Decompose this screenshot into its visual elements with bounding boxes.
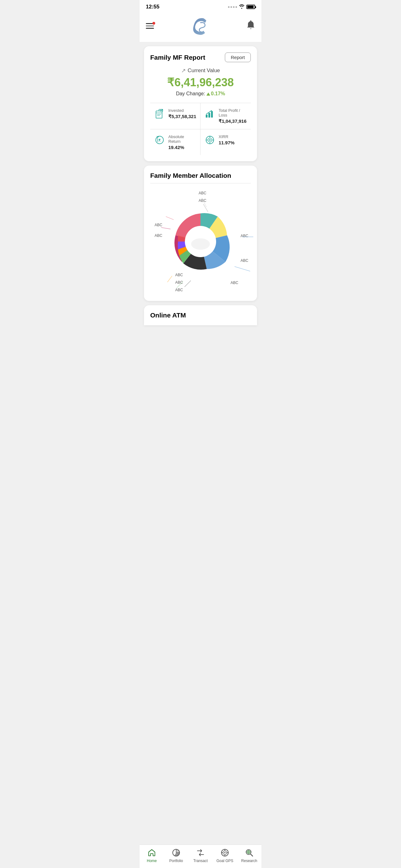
pie-labels-right: ABC ABC [240, 234, 248, 263]
stat-profit-info: Total Profit / Loss ₹1,04,37,916 [219, 108, 247, 124]
menu-notification-dot [153, 22, 155, 25]
pie-labels-left: ABC ABC [155, 223, 162, 238]
svg-line-26 [185, 281, 191, 287]
pie-label-abc-2: ABC [199, 198, 206, 203]
main-content: Family MF Report Report ↗ Current Value … [140, 42, 261, 354]
trend-icon: ↗ [181, 67, 186, 74]
family-mf-report-card: Family MF Report Report ↗ Current Value … [144, 46, 257, 161]
card-header: Family MF Report Report [150, 53, 251, 62]
pie-chart-svg [166, 207, 235, 276]
online-atm-title: Online ATM [150, 312, 251, 319]
pie-label-right-2: ABC [240, 258, 248, 263]
svg-rect-6 [208, 113, 210, 118]
svg-line-28 [167, 276, 172, 282]
status-bar: 12:55 [140, 0, 261, 12]
stat-invested-value: ₹5,37,58,321 [168, 114, 196, 119]
pie-label-left-1: ABC [155, 223, 162, 227]
card-title: Family MF Report [150, 54, 205, 61]
notification-bell[interactable] [246, 20, 255, 32]
menu-line-2 [146, 26, 154, 27]
pie-chart-container: ABC ABC ABC ABC ABC ABC ABC ABC ABC ABC [150, 188, 251, 294]
stat-invested: Invested ₹5,37,58,321 [150, 103, 201, 129]
menu-button[interactable] [146, 23, 154, 29]
pie-label-abc-1: ABC [199, 191, 206, 195]
svg-rect-5 [206, 115, 208, 118]
svg-line-25 [235, 267, 250, 271]
svg-rect-7 [211, 111, 213, 118]
report-button[interactable]: Report [225, 53, 251, 62]
wifi-icon [239, 4, 244, 10]
battery-icon [246, 5, 255, 9]
signal-dot-4 [235, 6, 237, 8]
stat-xirr-info: XIRR 11.97% [219, 134, 235, 145]
pie-label-br: ABC [231, 281, 238, 285]
stat-xirr: XIRR 11.97% [201, 129, 251, 155]
current-value-label: ↗ Current Value [150, 67, 251, 74]
day-change-value: 0.17% [206, 91, 225, 96]
return-icon: ₹ [154, 134, 165, 146]
profit-icon [204, 108, 215, 119]
pie-label-bottom-2: ABC [175, 280, 183, 285]
logo [189, 15, 211, 37]
stat-profit: Total Profit / Loss ₹1,04,37,916 [201, 103, 251, 129]
menu-line-3 [146, 28, 154, 29]
day-change: Day Change: 0.17% [150, 91, 251, 97]
status-icons [228, 4, 255, 10]
signal-dot-3 [233, 6, 235, 8]
stat-xirr-label: XIRR [219, 134, 235, 139]
signal-dot-1 [228, 6, 230, 8]
current-value-amount: ₹6,41,96,238 [150, 76, 251, 89]
pie-labels-top: ABC ABC [199, 191, 206, 203]
stat-xirr-value: 11.97% [219, 140, 235, 145]
stat-profit-value: ₹1,04,37,916 [219, 118, 247, 124]
svg-rect-0 [156, 111, 162, 118]
signal-dots [228, 6, 237, 8]
stat-return: ₹ Absolute Return 19.42% [150, 129, 201, 155]
up-triangle-icon [206, 92, 210, 96]
stat-return-label: Absolute Return [168, 134, 196, 144]
stats-grid: Invested ₹5,37,58,321 Total Profit / Los… [150, 103, 251, 155]
xirr-icon [204, 134, 215, 146]
status-time: 12:55 [146, 4, 159, 10]
stat-profit-label: Total Profit / Loss [219, 108, 247, 118]
app-header [140, 12, 261, 42]
bottom-spacer [144, 330, 257, 354]
pie-label-bottom-right: ABC [231, 280, 238, 285]
allocation-title: Family Member Allocation [150, 172, 251, 183]
pie-label-left-2: ABC [155, 234, 162, 238]
current-value-section: ↗ Current Value ₹6,41,96,238 Day Change:… [150, 67, 251, 97]
allocation-card: Family Member Allocation ABC ABC ABC ABC… [144, 165, 257, 301]
online-atm-partial: Online ATM [144, 305, 257, 325]
stat-return-value: 19.42% [168, 145, 196, 150]
svg-point-19 [191, 239, 210, 250]
stat-invested-label: Invested [168, 108, 196, 113]
pie-label-bottom-3: ABC [175, 288, 183, 292]
invest-icon [154, 108, 165, 119]
stat-return-info: Absolute Return 19.42% [168, 134, 196, 150]
svg-text:₹: ₹ [158, 138, 161, 142]
stat-invested-info: Invested ₹5,37,58,321 [168, 108, 196, 119]
logo-svg [189, 15, 211, 37]
signal-dot-2 [231, 6, 232, 8]
pie-label-right-1: ABC [240, 234, 248, 238]
